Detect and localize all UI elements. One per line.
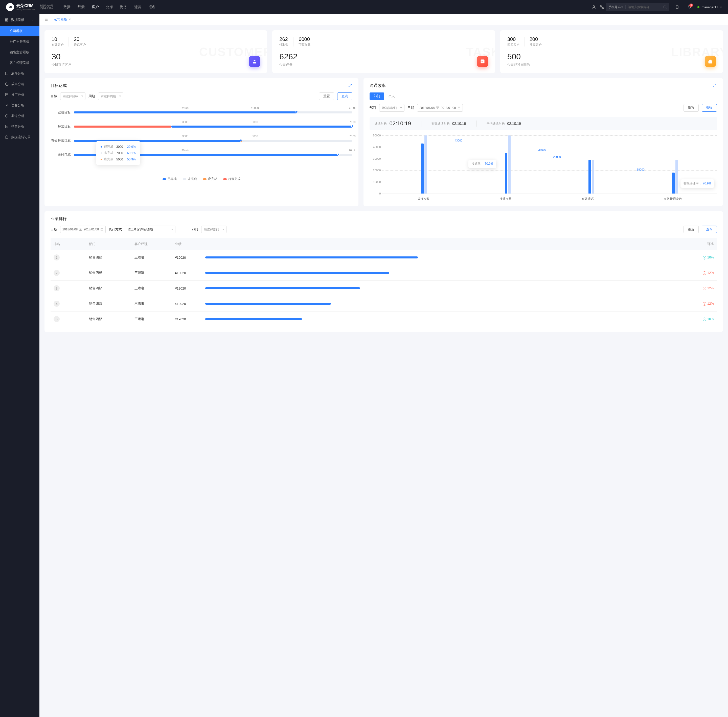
expand-icon[interactable] [348,84,352,88]
reset-button[interactable]: 重置 [319,93,334,100]
sidebar-item[interactable]: 销售主管看板 [0,47,40,58]
filter-label-dept: 部门 [370,105,376,110]
stat-card: TASK262领取数6000可领取数6262今日任务 [272,31,495,73]
svg-point-11 [254,59,255,61]
close-icon[interactable]: ✕ [69,18,71,21]
svg-line-13 [350,84,352,85]
expand-icon[interactable] [713,84,717,88]
query-button[interactable]: 查询 [702,226,717,233]
x-label: 有效接通次数 [664,197,682,201]
rank-badge: 1 [54,255,60,261]
nav-item-报名[interactable]: 报名 [148,5,156,9]
table-row[interactable]: 2销售四部王嘟嘟¥19020↓12% [50,265,717,281]
y-tick: 20000 [373,169,381,172]
cell-trend: ↑10% [688,317,714,321]
reset-button[interactable]: 重置 [684,104,699,112]
user-menu[interactable]: manager11 ▾ [697,5,722,9]
cell-dept: 销售四部 [89,255,135,260]
rank-badge: 3 [54,285,60,291]
goal-tooltip: 已完成300029.9%未完成700069.1%应完成500050.9% [96,141,140,165]
period-select[interactable]: 请选择周期 [98,93,123,100]
rank-badge: 2 [54,270,60,276]
phone-icon[interactable] [598,3,606,11]
stat-label: 通话客户 [74,43,86,47]
brand-site: www.yunduocrm.com [16,9,35,11]
sidebar-item[interactable]: 访客分析 [0,100,40,111]
nav-item-财务[interactable]: 财务 [120,5,127,9]
table-row[interactable]: 5销售四部王嘟嘟¥19020↑10% [50,311,717,327]
goal-label: 有效呼出目标 [50,139,71,143]
seg-tab[interactable]: 部门 [370,93,384,100]
nav-item-线索[interactable]: 线索 [78,5,85,9]
sidebar-item[interactable]: 销售分析 [0,121,40,132]
perf-bar [205,303,688,305]
rank-badge: 4 [54,301,60,307]
cell-perf: ¥19020 [175,317,205,321]
cell-dept: 销售四部 [89,271,135,275]
header-bar [205,242,688,246]
stat-icon [477,56,488,67]
stat-cards: CUSTOMER10有效客户20通话客户30今日首咨客户TASK262领取数60… [44,31,723,73]
user-icon[interactable] [590,3,598,11]
cell-perf: ¥19020 [175,271,205,275]
sidebar-group-data-kanban[interactable]: 数据看板 [0,14,40,26]
cell-perf: ¥19020 [175,256,205,259]
x-label: 拨打次数 [418,197,430,201]
logo[interactable]: 云朵CRM www.yunduocrm.com 教育机构一站 式服务云平台 [6,3,54,11]
search-input[interactable] [626,5,661,9]
sidebar-item[interactable]: 渠道分析 [0,111,40,121]
duration-item: 有效通话时长02:10:19 [431,122,466,126]
sidebar-item[interactable]: 成本分析 [0,79,40,89]
svg-line-16 [713,86,714,87]
date-range-input[interactable]: 2018/01/08 至 2018/01/08 [417,104,463,112]
svg-line-14 [349,86,350,87]
panel-title-ranking: 业绩排行 [50,216,67,221]
perf-bar [205,287,688,289]
goal-bar: 300050007000 [74,125,352,128]
stat-big-num: 6262 [279,52,297,61]
goal-bar: ¥4000¥6000¥7000 [74,111,352,113]
mobile-icon[interactable] [673,3,681,11]
sidebar: 数据看板 公司看板推广主管看板销售主管看板客户经理看板 漏斗分析成本分析推广分析… [0,14,40,337]
nav-item-公海[interactable]: 公海 [106,5,113,9]
tab-company-kanban[interactable]: 公司看板 ✕ [51,14,74,25]
nav-item-客户[interactable]: 客户 [92,5,99,9]
y-tick: 40000 [373,145,381,148]
cell-trend: ↑10% [688,255,714,259]
sidebar-item[interactable]: 漏斗分析 [0,68,40,79]
target-select[interactable]: 请选择目标 [60,93,86,100]
svg-rect-12 [480,59,484,63]
method-select[interactable]: 按工单客户经理统计 [125,226,176,233]
sidebar-item[interactable]: 推广主管看板 [0,37,40,47]
bell-icon[interactable]: 5 [685,3,693,11]
hamburger-icon[interactable] [43,17,49,23]
bar-value-label: 18000 [637,168,645,171]
dashboard-icon [5,18,9,22]
filter-label-date: 日期 [50,227,57,232]
top-nav: 数据线索客户公海财务运营报名 [63,5,590,9]
notification-badge: 5 [689,3,693,7]
seg-tab[interactable]: 个人 [384,93,399,100]
sidebar-item[interactable]: 推广分析 [0,89,40,100]
filter-label-period: 周期 [89,94,95,99]
date-range-input[interactable]: 2018/01/08 至 2018/01/08 [60,226,106,233]
table-row[interactable]: 1销售四部王嘟嘟¥19020↑10% [50,250,717,265]
dept-select[interactable]: 请选择部门 [201,226,226,233]
query-button[interactable]: 查询 [337,93,352,100]
table-row[interactable]: 3销售四部王嘟嘟¥19020↓12% [50,281,717,296]
reset-button[interactable]: 重置 [684,226,699,233]
sidebar-item[interactable]: 数据流转记录 [0,132,40,142]
svg-point-0 [593,6,595,7]
sidebar-item[interactable]: 公司看板 [0,26,40,37]
query-button[interactable]: 查询 [702,104,717,112]
cell-trend: ↓12% [688,286,714,290]
search-button[interactable] [661,3,669,11]
dept-select[interactable]: 请选择部门 [379,104,404,112]
nav-item-数据[interactable]: 数据 [63,5,70,9]
nav-item-运营[interactable]: 运营 [134,5,141,9]
svg-line-15 [715,84,716,85]
sidebar-item[interactable]: 客户经理看板 [0,58,40,68]
search-type-select[interactable]: 手机号码 ▾ [606,5,626,9]
table-row[interactable]: 4销售四部王嘟嘟¥19020↓12% [50,296,717,311]
tab-label: 公司看板 [54,17,67,22]
